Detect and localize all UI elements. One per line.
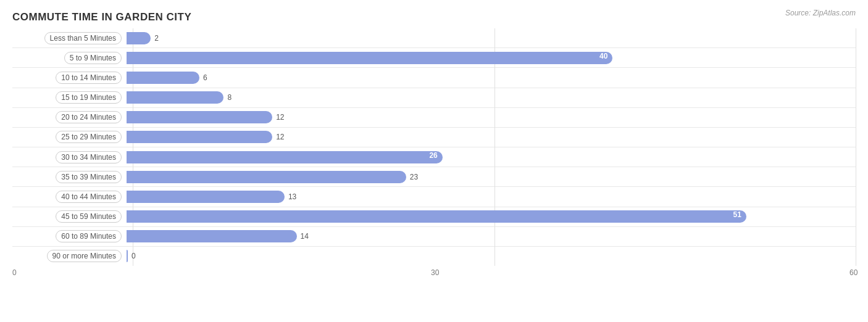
bar-fill xyxy=(127,131,272,143)
bar-fill xyxy=(127,91,223,104)
bar-row: 60 to 89 Minutes14 xyxy=(12,227,856,247)
bar-row: 45 to 59 Minutes51 xyxy=(12,207,856,227)
bar-track: 8 xyxy=(127,91,856,104)
bar-row: 25 to 29 Minutes12 xyxy=(12,128,856,147)
bar-fill xyxy=(127,72,199,84)
bar-track: 12 xyxy=(127,110,856,124)
bar-value-outside: 8 xyxy=(227,93,232,102)
bar-label-text: 40 to 44 Minutes xyxy=(56,191,122,203)
chart-area: Less than 5 Minutes25 to 9 Minutes4010 t… xyxy=(12,28,856,281)
bars-section: Less than 5 Minutes25 to 9 Minutes4010 t… xyxy=(12,28,856,266)
bar-label-text: 60 to 89 Minutes xyxy=(56,230,122,242)
x-axis-tick: 60 xyxy=(849,268,858,277)
bar-row: 30 to 34 Minutes26 xyxy=(12,147,856,167)
bar-fill: 40 xyxy=(127,52,612,64)
bar-row: 15 to 19 Minutes8 xyxy=(12,88,856,108)
x-axis-tick: 0 xyxy=(12,268,17,277)
bar-label-text: 20 to 24 Minutes xyxy=(56,111,122,123)
chart-container: COMMUTE TIME IN GARDEN CITY Source: ZipA… xyxy=(0,0,868,322)
bar-track: 14 xyxy=(127,229,856,243)
bar-label-text: 45 to 59 Minutes xyxy=(56,210,122,223)
bar-track: 51 xyxy=(127,210,856,223)
bar-track: 26 xyxy=(127,151,856,164)
bar-track: 6 xyxy=(127,71,856,85)
bar-value-outside: 2 xyxy=(154,34,159,43)
bar-value-inside: 40 xyxy=(599,52,607,60)
bar-row: 10 to 14 Minutes6 xyxy=(12,68,856,88)
bar-track: 0 xyxy=(127,249,856,263)
bar-track: 13 xyxy=(127,190,856,204)
bar-label-text: 5 to 9 Minutes xyxy=(64,52,122,64)
bar-row: 5 to 9 Minutes40 xyxy=(12,48,856,68)
bar-fill xyxy=(127,32,151,44)
bar-label-text: 35 to 39 Minutes xyxy=(56,171,122,183)
bar-value-outside: 0 xyxy=(131,252,136,260)
bar-label-text: 90 or more Minutes xyxy=(47,250,122,262)
bar-fill xyxy=(127,191,285,203)
bar-value-outside: 12 xyxy=(276,133,284,141)
bar-label-text: 15 to 19 Minutes xyxy=(56,91,122,104)
bar-fill xyxy=(127,111,272,123)
bar-label-text: 25 to 29 Minutes xyxy=(56,131,122,143)
bar-value-inside: 26 xyxy=(429,151,437,160)
bar-value-outside: 6 xyxy=(203,73,207,82)
chart-title: COMMUTE TIME IN GARDEN CITY xyxy=(12,11,856,23)
bar-fill xyxy=(127,230,297,242)
bar-label: 90 or more Minutes xyxy=(12,250,127,262)
x-axis: 03060 xyxy=(12,268,856,281)
bar-label: 15 to 19 Minutes xyxy=(12,91,127,104)
bar-value-outside: 14 xyxy=(301,232,309,241)
bar-track: 40 xyxy=(127,51,856,65)
bar-row: 90 or more Minutes0 xyxy=(12,247,856,266)
bar-row: 20 to 24 Minutes12 xyxy=(12,108,856,128)
bar-label-text: Less than 5 Minutes xyxy=(44,32,122,44)
bar-label: 10 to 14 Minutes xyxy=(12,72,127,84)
bar-value-outside: 13 xyxy=(288,192,296,201)
bar-label: 20 to 24 Minutes xyxy=(12,111,127,123)
bar-value-outside: 23 xyxy=(410,173,418,181)
bar-track: 2 xyxy=(127,31,856,45)
bar-fill: 51 xyxy=(127,210,746,223)
x-axis-tick: 30 xyxy=(431,268,439,277)
bar-fill xyxy=(127,250,128,262)
bar-fill xyxy=(127,171,406,183)
bar-value-outside: 12 xyxy=(276,113,284,122)
bar-label: 5 to 9 Minutes xyxy=(12,52,127,64)
bar-label-text: 30 to 34 Minutes xyxy=(56,151,122,163)
bar-label: 25 to 29 Minutes xyxy=(12,131,127,143)
bar-row: 40 to 44 Minutes13 xyxy=(12,187,856,207)
bar-label: 40 to 44 Minutes xyxy=(12,191,127,203)
bar-label: 30 to 34 Minutes xyxy=(12,151,127,163)
grid-line xyxy=(856,28,856,266)
bar-row: 35 to 39 Minutes23 xyxy=(12,167,856,187)
bar-fill: 26 xyxy=(127,151,443,163)
bar-label: 45 to 59 Minutes xyxy=(12,210,127,223)
bar-label: 60 to 89 Minutes xyxy=(12,230,127,242)
bar-label: 35 to 39 Minutes xyxy=(12,171,127,183)
bar-row: Less than 5 Minutes2 xyxy=(12,28,856,48)
bar-label: Less than 5 Minutes xyxy=(12,32,127,44)
bar-label-text: 10 to 14 Minutes xyxy=(56,72,122,84)
bar-track: 23 xyxy=(127,170,856,184)
source-label: Source: ZipAtlas.com xyxy=(785,9,856,17)
bar-track: 12 xyxy=(127,130,856,144)
bar-value-inside: 51 xyxy=(733,210,741,219)
